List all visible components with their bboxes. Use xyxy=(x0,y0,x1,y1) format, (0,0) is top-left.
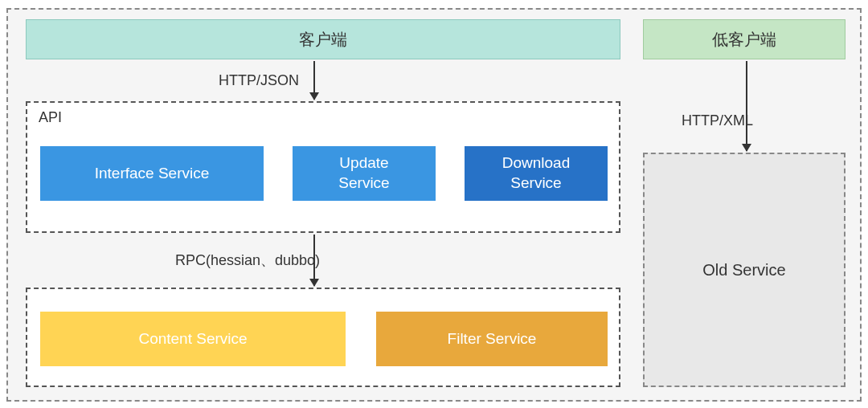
rpc-label: RPC(hessian、dubbo) xyxy=(175,251,320,270)
low-client-label: 低客户端 xyxy=(712,29,776,51)
low-client-box: 低客户端 xyxy=(643,19,845,59)
interface-service-box: Interface Service xyxy=(40,146,264,201)
arrow-lowclient-to-old xyxy=(746,61,747,151)
old-service-box: Old Service xyxy=(643,153,845,387)
old-service-label: Old Service xyxy=(702,261,785,279)
http-json-label: HTTP/JSON xyxy=(219,72,299,89)
api-label: API xyxy=(39,109,62,126)
client-label: 客户端 xyxy=(299,29,347,51)
update-service-box: Update Service xyxy=(293,146,436,201)
client-box: 客户端 xyxy=(26,19,620,59)
arrow-client-to-api xyxy=(313,61,315,100)
filter-service-box: Filter Service xyxy=(376,312,608,366)
update-service-label: Update Service xyxy=(338,153,389,193)
content-service-box: Content Service xyxy=(40,312,346,366)
filter-service-label: Filter Service xyxy=(448,329,537,349)
http-xml-label: HTTP/XML xyxy=(682,112,753,129)
download-service-label: Download Service xyxy=(502,153,571,193)
download-service-box: Download Service xyxy=(465,146,608,201)
interface-service-label: Interface Service xyxy=(95,164,210,184)
outer-container: 客户端 低客户端 HTTP/JSON HTTP/XML API Interfac… xyxy=(6,8,862,402)
arrow-api-to-bottom xyxy=(313,235,315,286)
content-service-label: Content Service xyxy=(138,329,247,349)
